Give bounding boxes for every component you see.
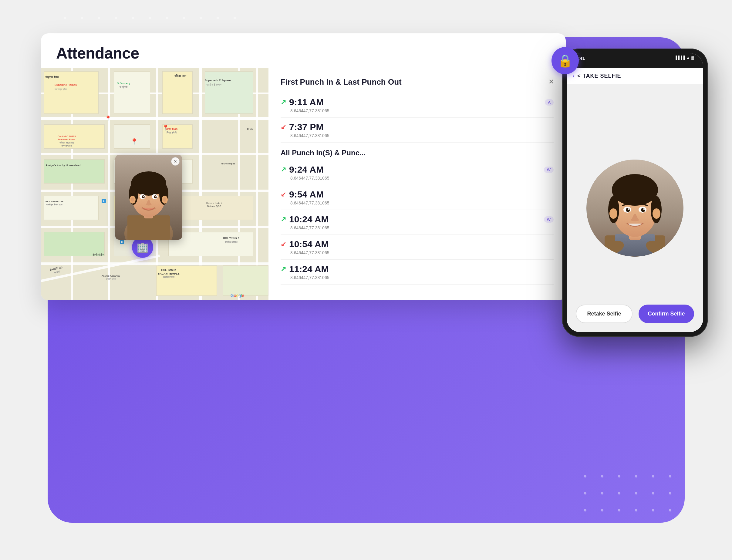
confirm-selfie-button[interactable]: Confirm Selfie [639, 305, 694, 323]
svg-point-17 [163, 197, 166, 202]
card-header: Attendance [41, 33, 566, 68]
phone-screen-title: < TAKE SELFIE [577, 73, 621, 79]
svg-point-35 [641, 208, 645, 212]
punch-arrow-all-0: ↗ [281, 166, 286, 174]
punch-badge-all-0: W [544, 167, 554, 173]
wifi-icon: ▲ [686, 56, 690, 60]
close-selfie-button[interactable]: ✕ [171, 157, 180, 166]
punch-arrow-in-0: ↗ [281, 98, 286, 106]
punch-time-all-1: 9:54 AM [289, 189, 324, 200]
punch-coords-all-4: 8.646447,77.381065 [281, 275, 554, 280]
phone-back-button[interactable]: ‹ [573, 73, 574, 79]
signal-icon: ▐▐▐▐ [674, 56, 685, 60]
punch-entry-all-4: ↗ 11:24 AM 8.646447,77.381065 [281, 260, 554, 285]
svg-point-27 [612, 174, 658, 206]
card-body: विक्रांत पैलेस Sunshine Homes सनशाइन होम… [41, 68, 566, 300]
punch-entry-1: ↙ 7:37 PM 8.646447,77.381065 [281, 118, 554, 143]
punch-time-all-0: 9:24 AM [289, 164, 324, 175]
punch-arrow-all-2: ↗ [281, 215, 286, 223]
svg-point-13 [154, 195, 157, 198]
google-watermark: Google [231, 293, 244, 298]
punch-arrow-all-1: ↙ [281, 191, 286, 198]
svg-point-31 [653, 208, 660, 219]
selfie-image [115, 155, 182, 240]
punch-coords-1: 8.646447,77.381065 [281, 133, 554, 138]
page-title: Attendance [56, 44, 551, 62]
attendance-card: Attendance [41, 33, 566, 300]
svg-point-16 [131, 197, 134, 202]
punch-time-all-2: 10:24 AM [289, 214, 329, 224]
punch-time-0: 9:11 AM [289, 97, 324, 107]
phone-content: ‹ < TAKE SELFIE [567, 68, 703, 332]
punch-coords-all-3: 8.646447,77.381065 [281, 250, 554, 255]
phone-selfie-circle [586, 160, 683, 257]
dot-pattern-bottom-right [584, 475, 677, 518]
punch-arrow-out-1: ↙ [281, 123, 286, 131]
svg-point-34 [626, 208, 630, 212]
svg-point-12 [142, 195, 145, 198]
status-icons: ▐▐▐▐ ▲ ▓ [674, 56, 694, 60]
punch-arrow-all-4: ↗ [281, 265, 286, 273]
retake-selfie-button[interactable]: Retake Selfie [576, 305, 632, 323]
punch-arrow-all-3: ↙ [281, 240, 286, 248]
svg-rect-2 [127, 215, 170, 240]
phone-selfie-area [567, 84, 703, 332]
phone-selfie-image [586, 160, 683, 257]
phone-screen: 9:41 ▐▐▐▐ ▲ ▓ ‹ < TAKE SELFIE [567, 53, 703, 332]
punch-panel-header: First Punch In & Last Punch Out × [281, 77, 554, 87]
lock-icon: 🔒 [558, 54, 573, 68]
svg-point-36 [628, 208, 630, 210]
punch-entry-all-1: ↙ 9:54 AM 8.646447,77.381065 [281, 185, 554, 210]
battery-icon: ▓ [691, 56, 694, 60]
phone-frame: 9:41 ▐▐▐▐ ▲ ▓ ‹ < TAKE SELFIE [562, 49, 708, 337]
phone-buttons: Retake Selfie Confirm Selfie [567, 305, 703, 323]
svg-point-14 [143, 196, 144, 197]
lock-badge: 🔒 [552, 47, 579, 74]
punch-coords-all-0: 8.646447,77.381065 [281, 176, 554, 180]
punch-panel: First Punch In & Last Punch Out × ↗ 9:11… [268, 68, 566, 300]
punch-entry-0: ↗ 9:11 AM A 8.646447,77.381065 [281, 93, 554, 118]
svg-point-30 [609, 208, 617, 219]
punch-badge-0: A [545, 99, 554, 106]
punch-time-all-4: 11:24 AM [289, 264, 329, 274]
punch-entry-all-0: ↗ 9:24 AM W 8.646447,77.381065 [281, 160, 554, 185]
punch-entry-all-3: ↙ 10:54 AM 8.646447,77.381065 [281, 235, 554, 260]
close-panel-button[interactable]: × [549, 77, 554, 86]
punch-coords-all-1: 8.646447,77.381065 [281, 201, 554, 205]
location-pin: 🏢 [132, 237, 153, 258]
punch-coords-0: 8.646447,77.381065 [281, 108, 554, 113]
svg-point-15 [155, 196, 157, 197]
punch-badge-all-2: W [544, 216, 554, 223]
map-area: विक्रांत पैलेस Sunshine Homes सनशाइन होम… [41, 68, 268, 300]
phone-status-bar: 9:41 ▐▐▐▐ ▲ ▓ [567, 53, 703, 68]
selfie-popup: ✕ [115, 155, 182, 240]
all-punch-title: All Punch In(S) & Punc... [281, 149, 554, 157]
punch-coords-all-2: 8.646447,77.381065 [281, 225, 554, 230]
svg-point-37 [643, 208, 645, 210]
punch-entry-all-2: ↗ 10:24 AM W 8.646447,77.381065 [281, 210, 554, 235]
punch-time-all-3: 10:54 AM [289, 239, 329, 249]
punch-time-1: 7:37 PM [289, 122, 323, 132]
first-punch-title: First Punch In & Last Punch Out [281, 77, 402, 87]
phone-mockup: 9:41 ▐▐▐▐ ▲ ▓ ‹ < TAKE SELFIE [562, 49, 708, 337]
phone-header: ‹ < TAKE SELFIE [567, 68, 703, 84]
